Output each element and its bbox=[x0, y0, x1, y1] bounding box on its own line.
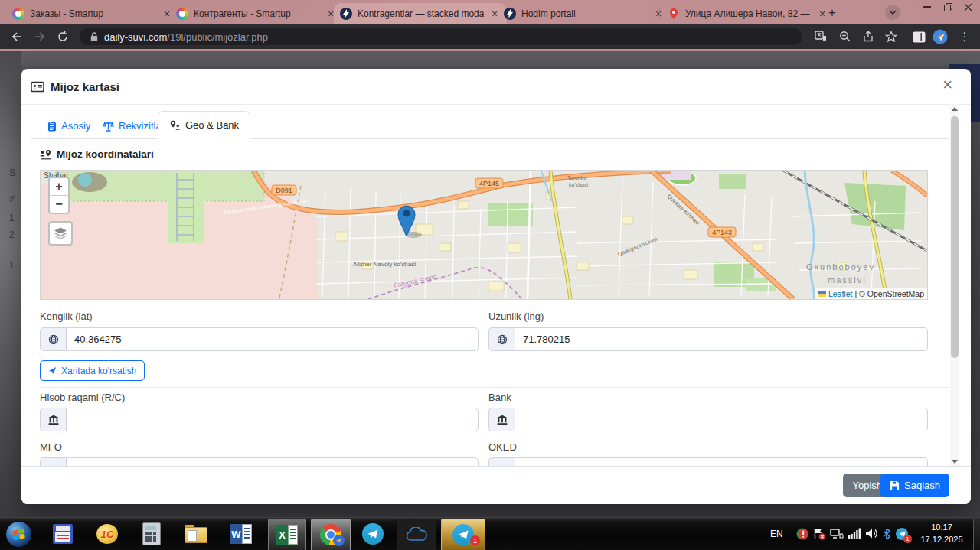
taskbar-item-calculator[interactable] bbox=[135, 519, 168, 549]
modal-footer: Yopish Saqlash bbox=[21, 466, 971, 504]
taskbar-item-cloud[interactable] bbox=[397, 519, 436, 550]
lat-field-group bbox=[40, 327, 479, 351]
taskbar-item-telegram-notify[interactable]: 1 bbox=[441, 519, 485, 550]
modal-close-button[interactable]: × bbox=[942, 76, 952, 93]
menu-button[interactable]: ⋮ bbox=[957, 29, 972, 44]
address-bar[interactable]: daily-suvi.com/19l/public/mijozlar.php bbox=[80, 28, 802, 45]
clipboard-icon bbox=[47, 121, 57, 132]
show-on-map-button[interactable]: Xaritada ko'rsatish bbox=[40, 360, 145, 381]
road-shield-label: 4P143 bbox=[712, 229, 732, 236]
lng-label: Uzunlik (lng) bbox=[488, 311, 544, 322]
send-icon bbox=[48, 366, 57, 375]
browser-tab-4[interactable]: Hodim portali × bbox=[498, 3, 671, 24]
bank-field-group bbox=[488, 408, 928, 431]
zoom-in-button[interactable]: + bbox=[50, 178, 68, 195]
telegram-tray-icon[interactable]: 1 bbox=[896, 528, 910, 542]
browser-tab-5[interactable]: Улица Алишера Навои, 82 — × bbox=[662, 3, 835, 24]
window-close-button[interactable] bbox=[964, 3, 972, 11]
browser-tab-2[interactable]: Контрагенты - Smartup × bbox=[170, 3, 343, 24]
browser-tab-1[interactable]: Заказы - Smartup × bbox=[6, 3, 179, 24]
side-panel-button[interactable] bbox=[911, 29, 926, 44]
translate-icon[interactable] bbox=[813, 29, 828, 44]
scales-icon bbox=[103, 121, 114, 132]
leaflet-attribution: Leaflet | © OpenStreetMap bbox=[815, 288, 927, 299]
bookmark-star-button[interactable] bbox=[884, 29, 899, 44]
road-shield-label: D091 bbox=[276, 187, 292, 194]
globe-icon bbox=[40, 327, 66, 351]
show-desktop-button[interactable] bbox=[973, 519, 980, 550]
account-field-group bbox=[40, 408, 479, 431]
modal-scrollbar[interactable] bbox=[950, 104, 959, 467]
folder-icon bbox=[185, 525, 207, 543]
bank-input[interactable] bbox=[514, 408, 928, 431]
profile-avatar[interactable] bbox=[933, 29, 948, 44]
share-button[interactable] bbox=[861, 29, 876, 44]
oked-label: OKED bbox=[488, 441, 517, 453]
new-tab-button[interactable]: + bbox=[828, 5, 836, 21]
clock-date: 17.12.2025 bbox=[916, 533, 968, 545]
layers-button[interactable] bbox=[48, 221, 73, 246]
taskbar-item-chrome[interactable] bbox=[311, 519, 351, 550]
tab-search-chevron-button[interactable] bbox=[885, 5, 900, 20]
taskbar: 1C W bbox=[0, 517, 980, 550]
language-indicator[interactable]: EN bbox=[770, 529, 783, 539]
cloud-icon bbox=[405, 527, 428, 542]
chevron-down-icon bbox=[889, 10, 897, 15]
account-input[interactable] bbox=[66, 408, 479, 431]
dimmed-page-top bbox=[0, 51, 980, 66]
forward-button[interactable] bbox=[32, 29, 47, 44]
tab-separator bbox=[168, 8, 168, 18]
browser-tab-3-active[interactable]: Kontragentlar — stacked moda × bbox=[334, 3, 507, 24]
save-button[interactable]: Saqlash bbox=[880, 474, 949, 497]
start-button[interactable] bbox=[6, 522, 31, 547]
taskbar-item-word[interactable]: W bbox=[224, 519, 259, 549]
mijoz-kartasi-modal: Mijoz kartasi × Asosiy Rekvizitlar Geo &… bbox=[21, 69, 971, 504]
scrollbar-thumb[interactable] bbox=[951, 116, 959, 358]
zoom-indicator-icon[interactable] bbox=[838, 29, 853, 44]
action-center-icon[interactable] bbox=[813, 528, 826, 540]
word-icon: W bbox=[230, 524, 252, 544]
tab-close-icon[interactable]: × bbox=[816, 8, 828, 19]
reload-button[interactable] bbox=[55, 29, 70, 44]
window-restore-button[interactable] bbox=[944, 3, 952, 11]
windows-flag-icon bbox=[12, 529, 25, 541]
bank-icon bbox=[488, 408, 514, 431]
close-button-label: Yopish bbox=[852, 480, 882, 491]
lng-input[interactable] bbox=[514, 327, 928, 351]
taskbar-item-1c[interactable]: 1C bbox=[90, 519, 124, 549]
zoom-out-button[interactable]: − bbox=[50, 195, 68, 213]
bluetooth-icon[interactable] bbox=[882, 528, 891, 540]
map-canvas[interactable]: D091 4P145 4P143 Shahar Fargona shahri a… bbox=[41, 171, 927, 299]
back-button[interactable] bbox=[9, 29, 24, 44]
globe-icon bbox=[488, 327, 514, 351]
volume-icon[interactable] bbox=[865, 528, 878, 539]
tab-geo-bank[interactable]: Geo & Bank bbox=[158, 111, 250, 139]
id-card-icon bbox=[31, 81, 44, 93]
modal-title: Mijoz kartasi bbox=[51, 80, 119, 93]
tab-label: Geo & Bank bbox=[185, 119, 239, 131]
window-minimize-button[interactable] bbox=[923, 6, 931, 8]
section-title: Mijoz koordinatalari bbox=[57, 148, 154, 160]
people-pin-icon bbox=[40, 149, 52, 160]
smartup-favicon bbox=[12, 8, 24, 20]
taskbar-item-floppy[interactable] bbox=[46, 519, 80, 549]
map-label: ko'chasi bbox=[569, 182, 589, 187]
lat-input[interactable] bbox=[66, 327, 479, 351]
floppy-icon bbox=[53, 524, 73, 544]
bank-label: Bank bbox=[488, 392, 511, 403]
scroll-up-arrow[interactable] bbox=[952, 107, 958, 111]
leaflet-link[interactable]: Leaflet bbox=[828, 289, 853, 298]
road-shield-label: 4P145 bbox=[479, 180, 499, 187]
scroll-down-arrow[interactable] bbox=[952, 460, 958, 464]
leaflet-map[interactable]: D091 4P145 4P143 Shahar Fargona shahri a… bbox=[40, 170, 928, 300]
network-icon[interactable] bbox=[830, 528, 844, 540]
antivirus-tray-icon[interactable] bbox=[796, 528, 808, 540]
taskbar-item-excel[interactable]: X bbox=[268, 519, 306, 550]
notification-badge: 1 bbox=[470, 535, 480, 545]
signal-icon[interactable] bbox=[848, 528, 861, 539]
osm-link[interactable]: OpenStreetMap bbox=[867, 289, 924, 298]
taskbar-item-telegram[interactable] bbox=[355, 519, 390, 549]
clock-time: 10:17 bbox=[916, 521, 968, 533]
tray-clock[interactable]: 10:17 17.12.2025 bbox=[916, 521, 968, 545]
taskbar-item-explorer[interactable] bbox=[179, 519, 213, 549]
